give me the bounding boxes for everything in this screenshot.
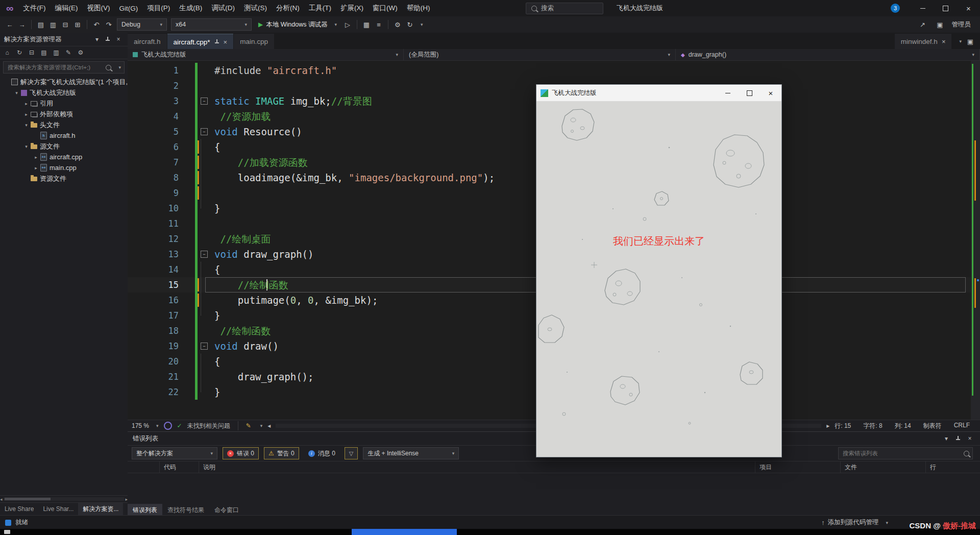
- solution-platform-dropdown[interactable]: x64 ▾: [171, 18, 252, 31]
- expander-icon[interactable]: ▸: [22, 101, 30, 106]
- chevron-down-icon[interactable]: ▾: [886, 520, 888, 525]
- eol-indicator[interactable]: CRLF: [954, 422, 970, 430]
- tree-item-main.cpp[interactable]: ▸++main.cpp: [0, 162, 128, 173]
- zoom-dropdown[interactable]: 175 % ▾: [132, 422, 159, 429]
- health-label[interactable]: 未找到相关问题: [187, 422, 230, 430]
- column-header-说明[interactable]: 说明: [199, 461, 755, 473]
- tab-main.cpp[interactable]: main.cpp: [234, 34, 274, 49]
- edit-icon[interactable]: ✎: [63, 47, 74, 58]
- background-tasks-icon[interactable]: [5, 520, 11, 526]
- expander-icon[interactable]: ▾: [22, 144, 30, 149]
- close-button[interactable]: ×: [957, 0, 980, 16]
- expander-icon[interactable]: ▸: [32, 155, 40, 160]
- pin-icon[interactable]: [105, 37, 110, 42]
- menu-item-视图(V)[interactable]: 视图(V): [83, 0, 115, 16]
- column-header-代码[interactable]: 代码: [160, 461, 199, 473]
- panel-tab-错误列表[interactable]: 错误列表: [128, 504, 162, 516]
- scroll-left-icon[interactable]: ◂: [0, 497, 3, 502]
- tabs-indicator[interactable]: 制表符: [923, 422, 942, 430]
- expander-icon[interactable]: ▾: [22, 123, 30, 128]
- build-intellisense-dropdown[interactable]: 生成 + IntelliSense ▾: [363, 447, 459, 459]
- navigate-forward-icon[interactable]: →: [16, 18, 28, 31]
- scrollbar-thumb[interactable]: [5, 498, 51, 500]
- new-file-icon[interactable]: ▤: [35, 18, 46, 31]
- editor-scrollbar[interactable]: [971, 61, 980, 420]
- live-share-icon[interactable]: [164, 422, 172, 430]
- scrollbar-track[interactable]: [4, 497, 125, 501]
- column-header-文件[interactable]: 文件: [841, 461, 926, 473]
- error-search-input[interactable]: [842, 450, 961, 457]
- chevron-down-icon[interactable]: ▾: [941, 433, 951, 444]
- fold-icon[interactable]: −: [201, 251, 208, 258]
- scroll-right-icon[interactable]: ▸: [826, 422, 829, 429]
- messages-filter-button[interactable]: 消息 0: [304, 448, 339, 459]
- window-layout-icon[interactable]: ▣: [965, 35, 976, 47]
- menu-item-生成(B)[interactable]: 生成(B): [175, 0, 207, 16]
- close-icon[interactable]: ×: [113, 34, 124, 44]
- redo-icon[interactable]: ↷: [103, 18, 114, 31]
- pin-icon[interactable]: [214, 39, 219, 44]
- fold-icon[interactable]: −: [201, 343, 208, 350]
- menu-item-窗口(W)[interactable]: 窗口(W): [368, 0, 402, 16]
- game-maximize-button[interactable]: [739, 85, 760, 101]
- errors-filter-button[interactable]: 错误 0: [223, 447, 259, 459]
- expander-icon[interactable]: ▸: [32, 165, 40, 171]
- sidebar-horizontal-scrollbar[interactable]: ◂ ▸: [0, 495, 128, 502]
- chevron-down-icon[interactable]: ▾: [260, 423, 263, 428]
- menu-item-分析(N)[interactable]: 分析(N): [272, 0, 304, 16]
- chevron-down-icon[interactable]: ▾: [92, 34, 102, 44]
- start-debugging-button[interactable]: ▶ 本地 Windows 调试器 ▾: [254, 18, 341, 31]
- refresh-icon[interactable]: ↻: [14, 47, 24, 58]
- game-window-titlebar[interactable]: 飞机大战完结版 ×: [536, 85, 781, 102]
- game-canvas[interactable]: 我们已经显示出来了: [536, 102, 781, 457]
- close-icon[interactable]: ×: [965, 433, 975, 444]
- tree-item-外部依赖项[interactable]: ▸外部依赖项: [0, 109, 128, 119]
- expander-icon[interactable]: ▸: [22, 112, 30, 117]
- column-header-项目[interactable]: 项目: [755, 461, 841, 473]
- menu-item-Git(G)[interactable]: Git(G): [115, 0, 143, 16]
- gear-icon[interactable]: ⚙: [76, 47, 86, 58]
- breadcrumb-segment-2[interactable]: ◆draw_graph()▾: [676, 49, 980, 60]
- start-without-debugging-icon[interactable]: ▷: [342, 18, 353, 31]
- menu-item-编辑(E)[interactable]: 编辑(E): [51, 0, 83, 16]
- breadcrumb-segment-1[interactable]: (全局范围)▾: [404, 49, 676, 60]
- sidebar-tab-Live Share[interactable]: Live Share: [0, 503, 38, 515]
- breadcrumb-segment-0[interactable]: 飞机大战完结版▾: [128, 49, 404, 60]
- error-list-body[interactable]: [128, 473, 980, 504]
- close-icon[interactable]: ×: [942, 38, 946, 45]
- solution-configuration-dropdown[interactable]: Debug ▾: [117, 18, 167, 31]
- expander-icon[interactable]: ▾: [13, 90, 20, 95]
- panel-tab-命令窗口[interactable]: 命令窗口: [209, 504, 244, 516]
- sidebar-tab-Live Shar...[interactable]: Live Shar...: [38, 503, 78, 515]
- maximize-button[interactable]: [934, 0, 957, 16]
- open-file-icon[interactable]: ▥: [47, 18, 59, 31]
- refresh-icon[interactable]: ↻: [404, 18, 415, 31]
- fold-icon[interactable]: −: [201, 98, 208, 105]
- game-close-button[interactable]: ×: [760, 85, 781, 101]
- tab-aircraft.cpp*[interactable]: aircraft.cpp*×: [167, 34, 234, 50]
- game-window[interactable]: 飞机大战完结版 ×: [536, 84, 782, 457]
- solution-platforms-icon[interactable]: ▦: [361, 18, 372, 31]
- add-to-source-control-button[interactable]: 添加到源代码管理: [827, 518, 878, 527]
- save-icon[interactable]: ⊟: [60, 18, 71, 31]
- code-line-1[interactable]: 1#include "aircraft.h": [128, 63, 971, 78]
- chevron-down-icon[interactable]: ▾: [118, 65, 121, 70]
- fold-icon[interactable]: −: [201, 128, 208, 135]
- panel-tab-查找符号结果[interactable]: 查找符号结果: [162, 504, 209, 516]
- error-search-box[interactable]: [838, 447, 973, 459]
- menu-item-调试(D)[interactable]: 调试(D): [207, 0, 239, 16]
- menu-item-帮助(H)[interactable]: 帮助(H): [402, 0, 435, 16]
- game-minimize-button[interactable]: [717, 85, 739, 101]
- code-cleanup-icon[interactable]: ✎: [246, 422, 251, 429]
- tree-item-aircraft.h[interactable]: haircraft.h: [0, 130, 128, 141]
- menu-item-工具(T)[interactable]: 工具(T): [304, 0, 336, 16]
- save-all-icon[interactable]: ⊞: [72, 18, 83, 31]
- scroll-left-icon[interactable]: ◂: [267, 422, 271, 429]
- tree-item-引用[interactable]: ▸引用: [0, 98, 128, 109]
- scope-dropdown[interactable]: 整个解决方案 ▾: [132, 447, 217, 459]
- tree-item-解决方案"飞机大战完结版"(1 个项目,[interactable]: 解决方案"飞机大战完结版"(1 个项目,: [0, 77, 128, 87]
- warnings-filter-button[interactable]: ⚠ 警告 0: [264, 447, 299, 459]
- list-icon[interactable]: ≡: [373, 18, 384, 31]
- menu-item-项目(P)[interactable]: 项目(P): [142, 0, 175, 16]
- tab-minwindef[interactable]: minwindef.h ×: [895, 34, 952, 49]
